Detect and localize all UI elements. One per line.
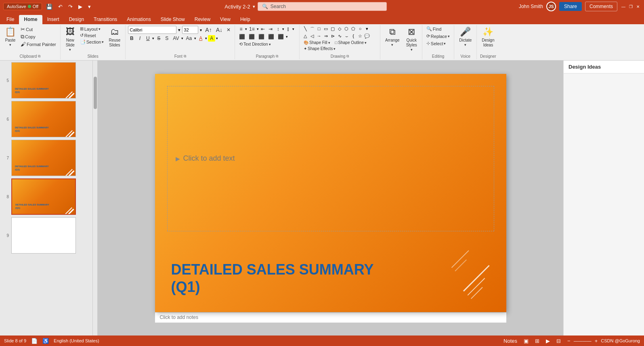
bullets-button[interactable]: ≡ (237, 26, 245, 32)
notes-button[interactable]: Notes (502, 337, 519, 345)
zoom-out-button[interactable]: − (566, 337, 572, 345)
new-slide-button[interactable]: 🖼 New Slide ▾ (63, 26, 78, 53)
clipboard-expand[interactable]: ⧉ (38, 54, 40, 59)
scroll-thumb[interactable] (94, 77, 97, 109)
view-presenter-button[interactable]: ⊟ (555, 337, 562, 345)
smart-align-button[interactable]: ⬛ (276, 34, 285, 40)
columns-button[interactable]: ⫿ (285, 26, 292, 32)
tab-slideshow[interactable]: Slide Show (156, 15, 190, 24)
shape-rect2[interactable]: ▭ (323, 26, 329, 33)
shape-circle[interactable]: ○ (357, 26, 363, 33)
line-spacing-button[interactable]: ↕ (275, 26, 282, 32)
char-spacing-button[interactable]: AV (171, 35, 180, 42)
slide-title[interactable]: DETAILED SALES SUMMARY (Q1) (171, 261, 442, 296)
slide-thumb-7[interactable]: DETAILED SALES SUMMARY(Q1) (11, 140, 76, 176)
bold-button[interactable]: B (128, 35, 135, 42)
slide-thumb-9[interactable] (11, 217, 76, 254)
shape-pentagon[interactable]: ⬠ (350, 26, 357, 33)
text-placeholder[interactable]: ▶ Click to add text (167, 86, 494, 231)
shape-tri[interactable]: △ (302, 33, 308, 39)
tab-home[interactable]: Home (19, 15, 42, 24)
font-size-chevron[interactable]: ▾ (199, 28, 203, 32)
tab-transitions[interactable]: Transitions (89, 15, 122, 24)
shape-fill-button[interactable]: 🎨 Shape Fill ▾ (302, 40, 331, 45)
shape-rect[interactable]: □ (316, 26, 322, 33)
tab-animations[interactable]: Animations (122, 15, 155, 24)
shape-callout[interactable]: 💬 (364, 33, 370, 39)
comments-button[interactable]: Comments (585, 2, 617, 11)
tab-design[interactable]: Design (64, 15, 89, 24)
shape-more[interactable]: ▾ (364, 26, 370, 33)
shape-curve2[interactable]: ∿ (336, 33, 343, 39)
user-avatar[interactable]: JS (546, 2, 556, 11)
present-icon[interactable]: ▶ (77, 3, 84, 10)
align-left-button[interactable]: ⬛ (237, 34, 247, 40)
shape-arc[interactable]: ⌣ (343, 33, 350, 39)
strikethrough-button[interactable]: S (155, 35, 162, 42)
align-center-button[interactable]: ⬛ (247, 34, 256, 40)
zoom-slider[interactable]: ———— (574, 338, 592, 343)
shape-effects-button[interactable]: ✦ Shape Effects ▾ (302, 46, 337, 51)
slide-panel[interactable]: 5 DETAILED SALES SUMMARY(Q1) 6 DETAILED … (0, 61, 93, 336)
text-direction-button[interactable]: ⟲ Text Direction ▾ (237, 41, 273, 47)
slide-thumb-5[interactable]: DETAILED SALES SUMMARY(Q1) (11, 62, 76, 99)
save-icon[interactable]: 💾 (44, 3, 54, 10)
minimize-button[interactable]: — (621, 4, 626, 9)
view-reading-button[interactable]: ▶ (544, 337, 552, 345)
zoom-in-button[interactable]: + (593, 337, 600, 345)
find-button[interactable]: 🔍 Find (425, 26, 443, 32)
reset-button[interactable]: ↺ Reset (78, 32, 106, 38)
reuse-slides-button[interactable]: 🗂 Reuse Slides (106, 26, 123, 48)
tab-insert[interactable]: Insert (42, 15, 64, 24)
design-ideas-button[interactable]: ✨ Design Ideas (479, 26, 497, 48)
drawing-expand[interactable]: ⧉ (346, 54, 349, 59)
tab-file[interactable]: File (2, 15, 19, 24)
align-right-button[interactable]: ⬛ (257, 34, 266, 40)
font-name-input[interactable] (128, 26, 176, 34)
shape-outline-button[interactable]: □ Shape Outline ▾ (334, 40, 368, 45)
slide-item-5[interactable]: 5 DETAILED SALES SUMMARY(Q1) (2, 62, 91, 99)
numbering-button[interactable]: 1≡ (248, 26, 256, 32)
slide-item-7[interactable]: 7 DETAILED SALES SUMMARY(Q1) (2, 140, 91, 176)
shape-diamond[interactable]: ◇ (336, 26, 343, 33)
change-case-button[interactable]: Aa (184, 35, 193, 42)
quick-styles-button[interactable]: ⊠ Quick Styles ▾ (404, 26, 420, 53)
dictate-button[interactable]: 🎤 Dictate ▾ (457, 26, 474, 48)
shape-trapezoid[interactable]: ⬡ (343, 26, 350, 33)
paste-button[interactable]: 📋 Paste ▾ (2, 26, 18, 48)
restore-button[interactable]: ❐ (628, 4, 634, 9)
close-button[interactable]: ✕ (635, 4, 641, 9)
paragraph-expand[interactable]: ⧉ (276, 54, 278, 59)
decrease-font-button[interactable]: A↓ (214, 26, 224, 34)
redo-icon[interactable]: ↷ (67, 3, 74, 10)
customize-icon[interactable]: ▾ (86, 3, 92, 10)
copy-button[interactable]: ⧉ Copy (19, 33, 58, 40)
slide-canvas[interactable]: ▶ Click to add text DETAILED SALES SUMMA… (155, 74, 506, 312)
replace-button[interactable]: ⟳ Replace ▾ (425, 33, 451, 39)
slide-thumb-8[interactable]: DETAILED SALES SUMMARY(Q1) (11, 178, 76, 215)
highlight-button[interactable]: A (208, 35, 215, 42)
view-normal-button[interactable]: ▣ (522, 337, 530, 345)
share-button[interactable]: Share (559, 2, 582, 11)
slide-item-9[interactable]: 9 (2, 217, 91, 254)
font-color-button[interactable]: A (197, 35, 204, 42)
increase-font-button[interactable]: A↑ (203, 26, 213, 34)
notes-icon[interactable]: 📄 (31, 338, 38, 344)
underline-button[interactable]: U (144, 35, 151, 42)
autosave-button[interactable]: AutoSave Off (3, 3, 42, 10)
cut-button[interactable]: ✂ Cut (19, 26, 58, 33)
format-painter-button[interactable]: 🖌 Format Painter (19, 41, 58, 48)
tab-help[interactable]: Help (235, 15, 255, 24)
notes-bar[interactable]: Click to add notes (155, 312, 506, 323)
slide-item-8[interactable]: 8 DETAILED SALES SUMMARY(Q1) (2, 178, 91, 215)
justify-button[interactable]: ⬛ (266, 34, 276, 40)
shadow-button[interactable]: S (163, 35, 170, 42)
shape-rtri[interactable]: ◁ (309, 33, 315, 39)
clear-format-button[interactable]: ✕ (225, 27, 232, 33)
search-bar[interactable]: 🔍 Search (258, 2, 387, 11)
increase-indent-button[interactable]: ⇥ (267, 26, 274, 32)
shape-round-rect[interactable]: ▢ (329, 26, 336, 33)
slide-item-6[interactable]: 6 DETAILED SALES SUMMARY(Q1) (2, 101, 91, 137)
font-name-chevron[interactable]: ▾ (177, 27, 181, 33)
slide-thumb-6[interactable]: DETAILED SALES SUMMARY(Q1) (11, 101, 76, 137)
